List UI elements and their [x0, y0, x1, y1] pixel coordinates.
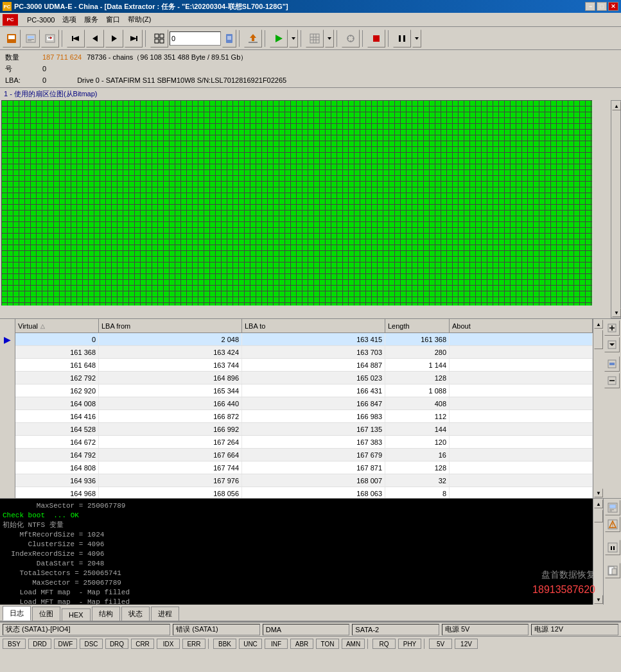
- th-length[interactable]: Length: [385, 319, 450, 332]
- table-row[interactable]: 164 968 168 056 168 063 8: [15, 487, 593, 498]
- side-btn-2[interactable]: [604, 337, 620, 352]
- side-btn-1[interactable]: [604, 320, 620, 336]
- tab-HEX[interactable]: HEX: [62, 608, 91, 621]
- tb-prev[interactable]: [86, 30, 104, 47]
- table-row[interactable]: 162 792 164 896 165 023 128: [15, 372, 593, 384]
- th-lba-to[interactable]: LBA to: [242, 319, 385, 332]
- table-row[interactable]: 164 792 167 664 167 679 16: [15, 449, 593, 461]
- svg-rect-20: [160, 39, 164, 43]
- minimize-button[interactable]: －: [585, 2, 595, 11]
- tb-pause-dropdown[interactable]: [412, 30, 421, 47]
- svg-point-61: [612, 526, 613, 528]
- tb-grid[interactable]: [150, 30, 168, 47]
- tb-grid2[interactable]: [306, 30, 324, 47]
- console-output: MaxSector = 250067789Check boot ... OK初始…: [0, 499, 593, 605]
- th-about[interactable]: About: [450, 319, 593, 332]
- bitmap-scrollbar[interactable]: ▲ ▼: [611, 100, 621, 318]
- console-side-btn-3[interactable]: [605, 540, 620, 555]
- tb-btn-2[interactable]: [22, 30, 40, 47]
- menu-bar: PC PC-3000 选项 服务 窗口 帮助(Z): [0, 13, 621, 27]
- table-row[interactable]: 161 368 163 424 163 703 280: [15, 346, 593, 359]
- side-btn-4[interactable]: [604, 373, 620, 388]
- status-separator: [424, 639, 426, 649]
- td-virtual: 164 528: [15, 423, 99, 435]
- tb-input-icon[interactable]: [222, 30, 236, 47]
- status-indicator-UNC: UNC: [239, 639, 262, 649]
- status-indicator-ABR: ABR: [290, 639, 313, 649]
- maximize-button[interactable]: □: [597, 2, 607, 11]
- table-scroll-up[interactable]: ▲: [594, 320, 603, 329]
- window-controls: － □ ✕: [585, 2, 618, 11]
- watermark-text1: 盘首数据恢复: [532, 567, 595, 582]
- toolbar-sep-8: [388, 30, 390, 47]
- table-row[interactable]: 164 808 167 744 167 871 128: [15, 461, 593, 474]
- table-scrollbar[interactable]: ▲ ▼: [593, 319, 603, 498]
- table-row[interactable]: 162 920 165 344 166 431 1 088: [15, 384, 593, 397]
- console-side-buttons: [603, 499, 621, 605]
- td-lba-from: 166 992: [99, 423, 242, 435]
- console-side-btn-2[interactable]: [605, 517, 620, 532]
- tb-stop[interactable]: [367, 30, 385, 47]
- svg-rect-27: [249, 42, 258, 43]
- td-virtual: 161 648: [15, 359, 99, 371]
- td-virtual: 162 792: [15, 372, 99, 384]
- scroll-down-btn[interactable]: ▼: [612, 308, 621, 317]
- table-row[interactable]: 0 2 048 163 415 161 368: [15, 333, 593, 346]
- tb-next-last[interactable]: [125, 30, 143, 47]
- side-btn-3[interactable]: [604, 356, 620, 372]
- bitmap-canvas: [1, 100, 592, 306]
- tab-状态[interactable]: 状态: [121, 607, 150, 621]
- table-scroll-down[interactable]: ▼: [594, 488, 603, 497]
- tb-upload[interactable]: [244, 30, 262, 47]
- td-about: [450, 410, 593, 422]
- tb-prev-first[interactable]: [67, 30, 85, 47]
- console-scroll-up[interactable]: ▲: [594, 499, 603, 508]
- toolbar-sep-3: [239, 30, 241, 47]
- td-virtual: 164 008: [15, 397, 99, 409]
- console-scroll-down[interactable]: ▼: [594, 595, 603, 604]
- td-virtual: 161 368: [15, 346, 99, 358]
- th-lba-from[interactable]: LBA from: [99, 319, 242, 332]
- svg-rect-67: [612, 569, 617, 574]
- table-row[interactable]: 161 648 163 744 164 887 1 144: [15, 359, 593, 372]
- count-label: 数量: [5, 53, 37, 62]
- menu-window[interactable]: 窗口: [102, 13, 124, 26]
- menu-services[interactable]: 服务: [80, 13, 102, 26]
- tb-play-dropdown[interactable]: [289, 30, 298, 47]
- tab-结构[interactable]: 结构: [92, 607, 120, 621]
- tab-日志[interactable]: 日志: [3, 606, 31, 621]
- status-indicator-BBK: BBK: [213, 639, 236, 649]
- menu-options[interactable]: 选项: [58, 13, 80, 26]
- toolbar-input[interactable]: [170, 31, 221, 46]
- console-section: MaxSector = 250067789Check boot ... OK初始…: [0, 499, 621, 605]
- th-virtual[interactable]: Virtual △: [15, 319, 99, 332]
- tb-tools[interactable]: [342, 30, 360, 47]
- close-button[interactable]: ✕: [608, 2, 618, 11]
- table-row[interactable]: 164 936 167 976 168 007 32: [15, 474, 593, 487]
- num-value: 0: [42, 65, 46, 73]
- td-about: [450, 436, 593, 448]
- menu-pc3000[interactable]: PC-3000: [23, 15, 58, 25]
- tab-进程[interactable]: 进程: [151, 607, 179, 621]
- tb-pause[interactable]: [393, 30, 411, 47]
- menu-help[interactable]: 帮助(Z): [124, 13, 155, 26]
- console-side-btn-1[interactable]: [605, 500, 620, 515]
- tb-btn-3[interactable]: [41, 30, 59, 47]
- scroll-up-btn[interactable]: ▲: [612, 101, 621, 110]
- tab-位图[interactable]: 位图: [32, 607, 60, 621]
- tb-btn-1[interactable]: [3, 30, 21, 47]
- status-indicator-RQ: RQ: [372, 639, 396, 649]
- td-lba-to: 168 007: [242, 474, 385, 487]
- row-arrow-icon: ▶: [4, 334, 11, 345]
- svg-marker-29: [292, 37, 295, 40]
- table-row[interactable]: 164 416 166 872 166 983 112: [15, 410, 593, 423]
- tb-play[interactable]: [270, 30, 288, 47]
- table-row[interactable]: 164 528 166 992 167 135 144: [15, 423, 593, 436]
- console-side-btn-4[interactable]: [605, 563, 620, 578]
- svg-marker-12: [73, 36, 79, 41]
- td-virtual: 164 808: [15, 461, 99, 474]
- table-row[interactable]: 164 672 167 264 167 383 120: [15, 436, 593, 449]
- tb-grid2-dropdown[interactable]: [325, 30, 334, 47]
- table-row[interactable]: 164 008 166 440 166 847 408: [15, 397, 593, 410]
- tb-next[interactable]: [105, 30, 123, 47]
